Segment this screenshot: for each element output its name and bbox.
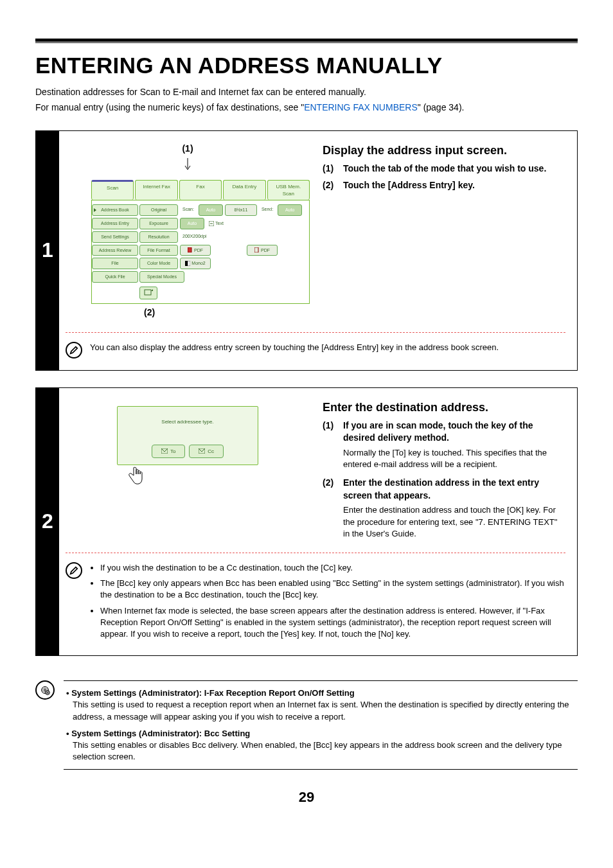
admin-settings-icon	[35, 680, 55, 700]
svg-rect-3	[188, 247, 191, 252]
row-file-format[interactable]: File Format	[139, 245, 178, 256]
colormode-mono2: Mono2	[180, 258, 211, 269]
admin-item-1-desc: This setting is used to request a recept…	[73, 699, 575, 722]
pdf-icon	[188, 247, 193, 252]
side-address-book[interactable]: Address Book	[92, 204, 138, 216]
dashed-separator	[66, 332, 565, 333]
row-color-mode[interactable]: Color Mode	[139, 258, 178, 269]
preview-button[interactable]	[139, 287, 157, 299]
admin-settings-box: • System Settings (Administrator): I-Fax…	[64, 680, 578, 770]
gear-globe-icon	[40, 685, 50, 695]
mail-cc-icon	[199, 448, 205, 454]
to-button[interactable]: To	[152, 445, 185, 458]
row-special-modes[interactable]: Special Modes	[139, 271, 184, 283]
text-mode-icon	[209, 221, 214, 226]
tab-scan[interactable]: Scan	[91, 180, 134, 200]
val-size: 8½x11	[225, 204, 257, 216]
intro-line-1: Destination addresses for Scan to E-mail…	[35, 86, 578, 99]
svg-rect-7	[145, 290, 151, 295]
addressee-prompt: Select addressee type.	[125, 418, 250, 425]
page-title: ENTERING AN ADDRESS MANUALLY	[35, 49, 578, 81]
val-scan-auto: Auto	[199, 204, 223, 216]
pencil-icon	[69, 566, 78, 575]
substep-1-2-num: (2)	[323, 179, 338, 192]
svg-rect-5	[185, 261, 188, 266]
admin-item-2-desc: This setting enables or disables Bcc del…	[73, 740, 575, 763]
pencil-icon	[69, 346, 78, 355]
pdf-icon	[254, 247, 260, 252]
step-1-heading: Display the address input screen.	[323, 143, 565, 159]
step-2-number: 2	[36, 388, 59, 656]
top-rule-thin	[35, 42, 578, 43]
substep-1-2-text: Touch the [Address Entry] key.	[343, 179, 475, 192]
hand-cursor-icon	[126, 466, 144, 487]
substep-2-1-num: (1)	[323, 420, 338, 471]
lbl-send: Send:	[259, 204, 276, 216]
panel: Address Book Address Entry Send Settings…	[91, 200, 310, 304]
lbl-scan: Scan:	[180, 204, 197, 216]
page-number: 29	[35, 788, 578, 808]
note-icon	[66, 342, 82, 359]
step-2: 2 Select addressee type. To Cc	[35, 387, 578, 657]
svg-rect-4	[254, 247, 258, 252]
side-address-entry[interactable]: Address Entry	[92, 218, 138, 229]
mono-icon	[185, 261, 190, 266]
side-send-settings[interactable]: Send Settings	[92, 231, 138, 243]
dashed-separator	[66, 553, 565, 553]
svg-point-12	[47, 692, 48, 693]
step-2-note-1: If you wish the destination to be a Cc d…	[100, 562, 565, 574]
callout-1: (1)	[66, 143, 310, 155]
substep-2-2-num: (2)	[323, 477, 338, 540]
arrow-down-icon	[184, 158, 191, 171]
fileformat-pdf-1: PDF	[180, 245, 211, 256]
callout-2: (2)	[144, 306, 310, 319]
intro-line-2: For manual entry (using the numeric keys…	[35, 102, 578, 114]
substep-2-1-desc: Normally the [To] key is touched. This s…	[343, 447, 565, 470]
val-exposure: Auto	[180, 218, 204, 229]
mock-device-screen-2: Select addressee type. To Cc	[117, 406, 258, 465]
row-original[interactable]: Original	[139, 204, 178, 216]
step-2-note-2: The [Bcc] key only appears when Bcc has …	[100, 578, 565, 601]
tab-usb-mem-scan[interactable]: USB Mem. Scan	[267, 180, 310, 200]
lbl-text: Text	[215, 220, 224, 227]
cc-button[interactable]: Cc	[189, 445, 224, 458]
mock-device-screen-1: Scan Internet Fax Fax Data Entry USB Mem…	[91, 180, 310, 304]
row-exposure[interactable]: Exposure	[139, 218, 178, 229]
step-1-number: 1	[36, 131, 59, 369]
entering-fax-numbers-link[interactable]: ENTERING FAX NUMBERS	[304, 102, 418, 112]
tab-internet-fax[interactable]: Internet Fax	[135, 180, 177, 200]
step-2-note-3: When Internet fax mode is selected, the …	[100, 605, 565, 641]
tab-data-entry[interactable]: Data Entry	[223, 180, 265, 200]
admin-item-2-title: • System Settings (Administrator): Bcc S…	[66, 728, 575, 740]
substep-1-1-text: Touch the tab of the mode that you wish …	[343, 163, 546, 175]
intro-2-pre: For manual entry (using the numeric keys…	[35, 102, 304, 112]
substep-2-2-text: Enter the destination address in the tex…	[343, 477, 565, 502]
note-icon	[66, 562, 82, 579]
substep-2-2-desc: Enter the destination address and touch …	[343, 504, 565, 540]
substep-1-1-num: (1)	[323, 163, 338, 175]
mail-to-icon	[161, 448, 168, 454]
step-1: 1 (1) Scan Internet Fax Fax Data Entry U…	[35, 130, 578, 370]
step-1-note: You can also display the address entry s…	[90, 342, 565, 353]
val-send-auto: Auto	[278, 204, 302, 216]
step-2-heading: Enter the destination address.	[323, 400, 565, 416]
side-quick-file[interactable]: Quick File	[92, 271, 138, 283]
preview-icon	[144, 289, 153, 297]
top-rule-thick	[35, 39, 578, 42]
admin-item-1-title: • System Settings (Administrator): I-Fax…	[66, 687, 575, 699]
intro-2-post: " (page 34).	[418, 102, 465, 112]
tab-fax[interactable]: Fax	[179, 180, 222, 200]
svg-rect-6	[188, 261, 190, 266]
tab-bar: Scan Internet Fax Fax Data Entry USB Mem…	[91, 180, 310, 200]
side-address-review[interactable]: Address Review	[92, 245, 138, 256]
val-resolution: 200X200dpi	[180, 231, 209, 243]
side-file[interactable]: File	[92, 258, 138, 269]
substep-2-1-text: If you are in scan mode, touch the key o…	[343, 420, 565, 445]
step-2-note-list: If you wish the destination to be a Cc d…	[90, 562, 565, 640]
fileformat-pdf-2: PDF	[247, 245, 278, 256]
row-resolution[interactable]: Resolution	[139, 231, 178, 243]
